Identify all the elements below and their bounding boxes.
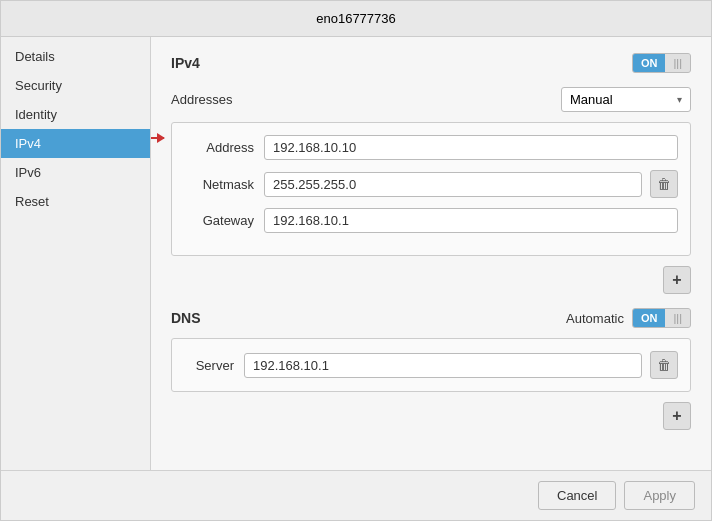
gateway-field-row: Gateway <box>184 208 678 233</box>
arrow-head <box>157 133 165 143</box>
add-address-row: + <box>171 266 691 294</box>
cancel-button[interactable]: Cancel <box>538 481 616 510</box>
gateway-label: Gateway <box>184 213 264 228</box>
gateway-input[interactable] <box>264 208 678 233</box>
netmask-label: Netmask <box>184 177 264 192</box>
address-input[interactable] <box>264 135 678 160</box>
address-field-row: Address <box>184 135 678 160</box>
sidebar-item-details[interactable]: Details <box>1 42 150 71</box>
dns-title: DNS <box>171 310 201 326</box>
sidebar-item-ipv4[interactable]: IPv4 <box>1 129 150 158</box>
automatic-label: Automatic <box>566 311 624 326</box>
sidebar-item-identity[interactable]: Identity <box>1 100 150 129</box>
server-row: Server 🗑 <box>184 351 678 379</box>
sidebar-item-reset[interactable]: Reset <box>1 187 150 216</box>
sidebar-item-security[interactable]: Security <box>1 71 150 100</box>
dns-header: DNS Automatic ON ||| <box>171 308 691 328</box>
addresses-row: Addresses Manual ▾ <box>171 87 691 112</box>
addresses-label: Addresses <box>171 92 232 107</box>
trash-icon-dns: 🗑 <box>657 357 671 373</box>
dns-toggle-on: ON <box>633 309 666 327</box>
plus-icon-dns: + <box>672 407 681 425</box>
address-label: Address <box>184 140 264 155</box>
sidebar-item-ipv6[interactable]: IPv6 <box>1 158 150 187</box>
dns-toggle-off: ||| <box>665 309 690 327</box>
dns-section: DNS Automatic ON ||| Server <box>171 308 691 430</box>
toggle-on-label: ON <box>633 54 666 72</box>
toggle-off-label: ||| <box>665 54 690 72</box>
ipv4-title: IPv4 <box>171 55 200 71</box>
trash-icon: 🗑 <box>657 176 671 192</box>
addresses-method-value: Manual <box>570 92 613 107</box>
add-dns-button[interactable]: + <box>663 402 691 430</box>
dns-server-block: Server 🗑 <box>171 338 691 392</box>
server-label: Server <box>184 358 244 373</box>
dialog: eno16777736 Details Security Identity IP… <box>0 0 712 521</box>
netmask-input[interactable] <box>264 172 642 197</box>
main-content: IPv4 ON ||| Addresses Manual ▾ <box>151 37 711 470</box>
arrow-indicator <box>151 137 164 139</box>
netmask-field-row: Netmask 🗑 <box>184 170 678 198</box>
address-block: Address Netmask 🗑 Gateway <box>171 122 691 256</box>
ipv4-toggle[interactable]: ON ||| <box>632 53 691 73</box>
dns-toggle[interactable]: ON ||| <box>632 308 691 328</box>
apply-button[interactable]: Apply <box>624 481 695 510</box>
addresses-method-dropdown[interactable]: Manual ▾ <box>561 87 691 112</box>
dialog-footer: Cancel Apply <box>1 470 711 520</box>
add-address-button[interactable]: + <box>663 266 691 294</box>
dropdown-arrow-icon: ▾ <box>677 94 682 105</box>
dns-right: Automatic ON ||| <box>566 308 691 328</box>
plus-icon: + <box>672 271 681 289</box>
sidebar: Details Security Identity IPv4 IPv6 Rese… <box>1 37 151 470</box>
ipv4-header: IPv4 ON ||| <box>171 53 691 73</box>
arrow-line <box>151 137 164 139</box>
dialog-title: eno16777736 <box>1 1 711 37</box>
server-input[interactable] <box>244 353 642 378</box>
add-dns-row: + <box>171 402 691 430</box>
delete-address-button[interactable]: 🗑 <box>650 170 678 198</box>
dialog-body: Details Security Identity IPv4 IPv6 Rese… <box>1 37 711 470</box>
delete-server-button[interactable]: 🗑 <box>650 351 678 379</box>
